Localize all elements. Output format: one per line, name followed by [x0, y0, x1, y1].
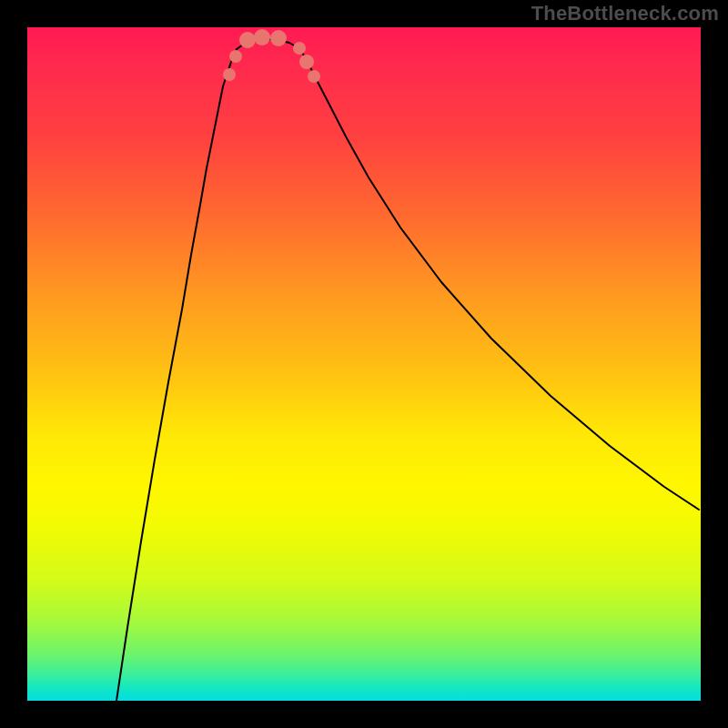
marker-dot — [239, 32, 256, 48]
marker-dot — [223, 68, 236, 81]
marker-dot — [299, 55, 314, 69]
marker-dot — [254, 29, 270, 46]
marker-dot — [270, 30, 287, 46]
bottleneck-curve — [116, 39, 699, 701]
marker-dot — [229, 50, 242, 63]
marker-dot — [293, 42, 306, 55]
chart-frame: TheBottleneck.com — [0, 0, 728, 728]
markers — [223, 29, 320, 83]
marker-dot — [308, 70, 320, 83]
chart-svg — [27, 27, 701, 701]
watermark-text: TheBottleneck.com — [531, 2, 719, 25]
plot-area — [27, 27, 701, 701]
